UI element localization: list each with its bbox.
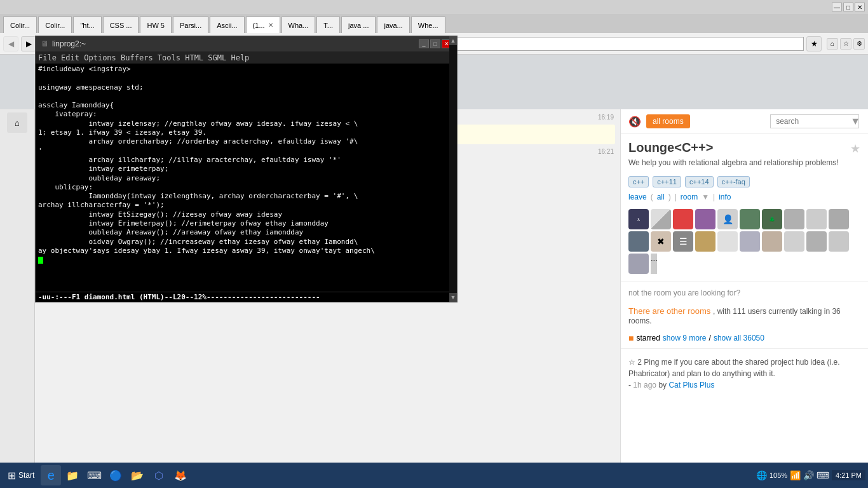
tag-cpp11[interactable]: c++11 xyxy=(653,176,681,187)
divider-1 xyxy=(621,281,868,282)
other-rooms-section: There are other rooms , with 111 users c… xyxy=(621,301,868,330)
avatar-user-9[interactable] xyxy=(806,209,827,229)
tab-colir-1[interactable]: Colir... xyxy=(3,17,37,33)
avatar-user-4[interactable] xyxy=(695,209,715,229)
avatar-user-1[interactable]: λ xyxy=(628,209,649,229)
terminal-scrollbar[interactable]: ▲ ▼ xyxy=(449,64,457,292)
tag-cpp14[interactable]: c++14 xyxy=(685,176,714,187)
tab-css[interactable]: CSS ... xyxy=(103,17,139,33)
tray-globe-icon: 🌐 xyxy=(756,470,767,480)
tab-1-active[interactable]: (1... ✕ xyxy=(246,17,280,33)
avatar-user-20[interactable] xyxy=(829,231,849,252)
system-tray: 🌐 105% 📶 🔊 ⌨ xyxy=(756,470,829,480)
avatar-grid-3: ... xyxy=(628,254,860,274)
tab-java1[interactable]: java ... xyxy=(341,17,376,33)
avatar-user-17[interactable] xyxy=(762,231,782,252)
cursor xyxy=(38,257,43,264)
right-sidebar: 🔇 all rooms ▼ Lounge<C++> ★ We help you … xyxy=(620,109,868,488)
zoom-level: 105% xyxy=(770,471,787,479)
terminal-minimize[interactable]: _ xyxy=(419,39,429,48)
avatar-user-14[interactable] xyxy=(695,231,715,252)
tab-colir-2[interactable]: Colir... xyxy=(38,17,72,33)
taskbar-app-1[interactable]: 📁 xyxy=(62,465,83,485)
tab-ht[interactable]: "ht... xyxy=(73,17,101,33)
room-star-icon[interactable]: ★ xyxy=(850,142,860,156)
other-rooms-link[interactable]: There are other rooms xyxy=(628,306,710,316)
avatar-user-2[interactable] xyxy=(651,209,671,229)
settings-icon[interactable]: ⚙ xyxy=(853,38,865,50)
maximize-button[interactable]: □ xyxy=(843,3,853,11)
tag-cpp[interactable]: c++ xyxy=(628,176,649,187)
separator-4: ▼ xyxy=(702,193,709,201)
avatar-user-10[interactable] xyxy=(829,209,849,229)
avatar-user-11[interactable] xyxy=(628,231,649,252)
tab-java2[interactable]: java... xyxy=(377,17,409,33)
tab-t[interactable]: T... xyxy=(316,17,340,33)
avatar-user-5[interactable]: 👤 xyxy=(717,209,738,229)
separator-slash: / xyxy=(709,334,711,342)
tab-ascii[interactable]: Ascii... xyxy=(210,17,244,33)
tab-parsi[interactable]: Parsi... xyxy=(173,17,208,33)
show-more-link[interactable]: show 9 more xyxy=(663,334,707,342)
avatar-user-16[interactable] xyxy=(740,231,760,252)
tab-hw5[interactable]: HW 5 xyxy=(140,17,172,33)
tab-whe[interactable]: Whe... xyxy=(411,17,445,33)
more-users-indicator: ... xyxy=(651,254,657,274)
back-button[interactable]: ◀ xyxy=(3,36,18,51)
avatar-user-18[interactable] xyxy=(784,231,804,252)
pinned-by-label: by xyxy=(658,381,668,390)
left-sidebar: ⌂ xyxy=(0,109,35,488)
pinned-by-user[interactable]: Cat Plus Plus xyxy=(668,381,714,390)
tray-network-icon: 📶 xyxy=(790,470,801,480)
avatar-user-6[interactable] xyxy=(740,209,760,229)
close-button[interactable]: ✕ xyxy=(855,3,865,11)
leave-link[interactable]: leave xyxy=(628,193,647,201)
app3-icon: 🔵 xyxy=(109,470,122,482)
avatar-user-15[interactable] xyxy=(717,231,738,252)
rss-icon: ■ xyxy=(628,333,634,343)
terminal-title-buttons: _ □ ✕ xyxy=(419,39,452,48)
avatar-user-21[interactable] xyxy=(628,254,649,274)
all-link[interactable]: all xyxy=(657,193,665,201)
divider-2 xyxy=(621,348,868,349)
terminal-menu-text: File Edit Options Buffers Tools HTML SGM… xyxy=(38,53,249,62)
ie-icon: e xyxy=(48,468,55,483)
not-room-text: not the room you are looking for? xyxy=(621,285,868,301)
avatar-user-12[interactable]: ✖ xyxy=(651,231,671,252)
browser-title-bar: — □ ✕ xyxy=(0,0,868,14)
mute-icon[interactable]: 🔇 xyxy=(628,116,641,128)
minimize-button[interactable]: — xyxy=(832,3,842,11)
taskbar-app-6[interactable]: 🦊 xyxy=(170,465,191,485)
avatar-user-8[interactable] xyxy=(784,209,804,229)
taskbar-app-2[interactable]: ⌨ xyxy=(84,465,104,485)
search-input[interactable] xyxy=(770,114,859,128)
avatars-section: λ 👤 🌲 ✖ ☰ xyxy=(621,204,868,279)
tag-cppfaq[interactable]: c++-faq xyxy=(717,176,750,187)
avatar-user-3[interactable] xyxy=(673,209,693,229)
sidebar-header: 🔇 all rooms ▼ xyxy=(621,109,868,134)
taskbar-right: 🌐 105% 📶 🔊 ⌨ 4:21 PM xyxy=(756,470,865,480)
favorites-button[interactable]: ★ xyxy=(806,36,822,51)
taskbar-app-3[interactable]: 🔵 xyxy=(105,465,126,485)
start-button[interactable]: ⊞ Start xyxy=(3,467,39,484)
all-rooms-button[interactable]: all rooms xyxy=(646,114,690,128)
avatar-user-7[interactable]: 🌲 xyxy=(762,209,782,229)
star-button[interactable]: ☆ xyxy=(840,38,851,50)
pinned-message-text: ☆ 2 Ping me if you care about the shared… xyxy=(628,358,840,378)
avatar-user-19[interactable] xyxy=(806,231,827,252)
taskbar-app-4[interactable]: 📂 xyxy=(127,465,147,485)
avatar-user-13[interactable]: ☰ xyxy=(673,231,693,252)
taskbar-app-5[interactable]: ⬡ xyxy=(149,465,169,485)
taskbar-ie-icon[interactable]: e xyxy=(41,465,61,485)
show-all-link[interactable]: show all 36050 xyxy=(714,334,764,342)
app6-icon: 🦊 xyxy=(174,470,187,482)
forward-button[interactable]: ▶ xyxy=(21,36,36,51)
info-link[interactable]: info xyxy=(719,193,731,201)
scroll-track[interactable] xyxy=(449,64,457,292)
room-link[interactable]: room xyxy=(681,193,698,201)
sidebar-home-icon[interactable]: ⌂ xyxy=(7,112,27,133)
home-button[interactable]: ⌂ xyxy=(827,38,838,50)
terminal-body[interactable]: #includeway <ingstray> usingway amespace… xyxy=(36,64,457,292)
terminal-maximize[interactable]: □ xyxy=(430,39,440,48)
tab-wha[interactable]: Wha... xyxy=(281,17,316,33)
